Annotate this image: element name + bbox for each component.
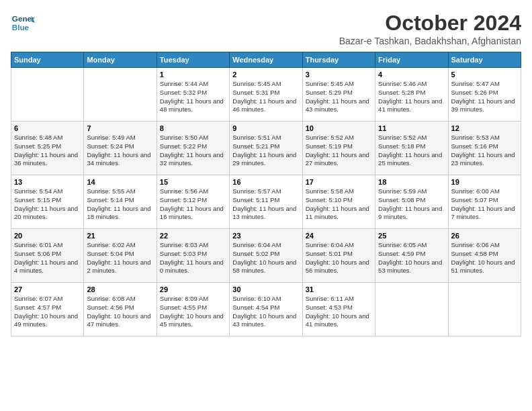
day-cell: 10Sunrise: 5:52 AMSunset: 5:19 PMDayligh… [302,122,375,175]
col-header-wednesday: Wednesday [230,52,302,68]
day-info: Sunrise: 6:09 AMSunset: 4:55 PMDaylight:… [160,295,226,329]
day-number: 23 [232,232,299,240]
day-info: Sunrise: 6:03 AMSunset: 5:03 PMDaylight:… [160,241,226,275]
day-info: Sunrise: 6:10 AMSunset: 4:54 PMDaylight:… [232,295,299,329]
day-number: 7 [87,124,153,132]
day-number: 15 [160,178,226,186]
day-number: 13 [14,178,81,186]
day-cell: 28Sunrise: 6:08 AMSunset: 4:56 PMDayligh… [84,283,157,336]
week-row-3: 13Sunrise: 5:54 AMSunset: 5:15 PMDayligh… [11,175,521,229]
day-number: 17 [306,178,372,186]
day-info: Sunrise: 6:07 AMSunset: 4:57 PMDaylight:… [14,295,81,329]
page-header: General Blue October 2024 Bazar-e Tashka… [11,11,521,46]
day-info: Sunrise: 5:46 AMSunset: 5:28 PMDaylight:… [378,80,445,114]
day-number: 8 [160,124,226,132]
day-number: 31 [306,285,372,293]
calendar-table: SundayMondayTuesdayWednesdayThursdayFrid… [11,52,521,336]
day-cell: 19Sunrise: 6:00 AMSunset: 5:07 PMDayligh… [448,175,521,229]
day-info: Sunrise: 5:45 AMSunset: 5:29 PMDaylight:… [306,80,372,114]
day-cell: 26Sunrise: 6:06 AMSunset: 4:58 PMDayligh… [448,229,521,283]
day-info: Sunrise: 5:56 AMSunset: 5:12 PMDaylight:… [160,187,226,222]
day-info: Sunrise: 6:08 AMSunset: 4:56 PMDaylight:… [87,295,153,329]
day-cell: 29Sunrise: 6:09 AMSunset: 4:55 PMDayligh… [157,283,229,336]
day-number: 12 [451,124,518,132]
day-cell: 8Sunrise: 5:50 AMSunset: 5:22 PMDaylight… [157,122,229,175]
day-info: Sunrise: 5:55 AMSunset: 5:14 PMDaylight:… [87,187,153,222]
day-info: Sunrise: 5:48 AMSunset: 5:25 PMDaylight:… [14,134,81,168]
day-cell: 15Sunrise: 5:56 AMSunset: 5:12 PMDayligh… [157,175,229,229]
day-cell: 31Sunrise: 6:11 AMSunset: 4:53 PMDayligh… [302,283,375,336]
day-cell: 6Sunrise: 5:48 AMSunset: 5:25 PMDaylight… [11,122,84,175]
day-info: Sunrise: 5:52 AMSunset: 5:19 PMDaylight:… [306,134,372,168]
day-number: 19 [451,178,518,186]
col-header-thursday: Thursday [302,52,375,68]
day-number: 29 [160,285,226,293]
day-number: 18 [378,178,445,186]
day-info: Sunrise: 6:11 AMSunset: 4:53 PMDaylight:… [306,295,372,329]
day-info: Sunrise: 6:04 AMSunset: 5:02 PMDaylight:… [232,241,299,275]
day-cell: 5Sunrise: 5:47 AMSunset: 5:26 PMDaylight… [448,68,521,122]
day-number: 10 [306,124,372,132]
day-number: 5 [451,71,518,79]
day-number: 30 [232,285,299,293]
day-info: Sunrise: 5:47 AMSunset: 5:26 PMDaylight:… [451,80,518,114]
day-cell: 11Sunrise: 5:52 AMSunset: 5:18 PMDayligh… [375,122,448,175]
day-cell: 27Sunrise: 6:07 AMSunset: 4:57 PMDayligh… [11,283,84,336]
col-header-friday: Friday [375,52,448,68]
day-number: 24 [306,232,372,240]
day-info: Sunrise: 5:49 AMSunset: 5:24 PMDaylight:… [87,134,153,168]
day-number: 27 [14,285,81,293]
day-number: 20 [14,232,81,240]
day-info: Sunrise: 6:04 AMSunset: 5:01 PMDaylight:… [306,241,372,275]
day-info: Sunrise: 5:44 AMSunset: 5:32 PMDaylight:… [160,80,226,114]
day-number: 6 [14,124,81,132]
svg-text:Blue: Blue [12,23,30,32]
logo: General Blue [11,11,38,35]
day-number: 4 [378,71,445,79]
day-info: Sunrise: 6:06 AMSunset: 4:58 PMDaylight:… [451,241,518,275]
week-row-2: 6Sunrise: 5:48 AMSunset: 5:25 PMDaylight… [11,122,521,175]
day-info: Sunrise: 5:58 AMSunset: 5:10 PMDaylight:… [306,187,372,222]
day-cell: 7Sunrise: 5:49 AMSunset: 5:24 PMDaylight… [84,122,157,175]
day-info: Sunrise: 6:05 AMSunset: 4:59 PMDaylight:… [378,241,445,275]
col-header-saturday: Saturday [448,52,521,68]
week-row-4: 20Sunrise: 6:01 AMSunset: 5:06 PMDayligh… [11,229,521,283]
day-info: Sunrise: 5:57 AMSunset: 5:11 PMDaylight:… [232,187,299,222]
day-info: Sunrise: 5:59 AMSunset: 5:08 PMDaylight:… [378,187,445,222]
day-cell: 13Sunrise: 5:54 AMSunset: 5:15 PMDayligh… [11,175,84,229]
day-cell: 30Sunrise: 6:10 AMSunset: 4:54 PMDayligh… [230,283,302,336]
week-row-5: 27Sunrise: 6:07 AMSunset: 4:57 PMDayligh… [11,283,521,336]
day-number: 1 [160,71,226,79]
day-cell: 22Sunrise: 6:03 AMSunset: 5:03 PMDayligh… [157,229,229,283]
day-number: 28 [87,285,153,293]
col-header-monday: Monday [84,52,157,68]
day-number: 22 [160,232,226,240]
day-cell: 2Sunrise: 5:45 AMSunset: 5:31 PMDaylight… [230,68,302,122]
day-info: Sunrise: 5:51 AMSunset: 5:21 PMDaylight:… [232,134,299,168]
day-cell: 25Sunrise: 6:05 AMSunset: 4:59 PMDayligh… [375,229,448,283]
day-cell [84,68,157,122]
day-cell: 18Sunrise: 5:59 AMSunset: 5:08 PMDayligh… [375,175,448,229]
day-cell [448,283,521,336]
day-cell: 20Sunrise: 6:01 AMSunset: 5:06 PMDayligh… [11,229,84,283]
day-number: 2 [232,71,299,79]
day-cell: 24Sunrise: 6:04 AMSunset: 5:01 PMDayligh… [302,229,375,283]
day-number: 11 [378,124,445,132]
day-cell: 9Sunrise: 5:51 AMSunset: 5:21 PMDaylight… [230,122,302,175]
month-title: October 2024 [339,11,521,36]
day-number: 26 [451,232,518,240]
day-number: 21 [87,232,153,240]
logo-icon: General Blue [11,11,35,35]
day-info: Sunrise: 6:01 AMSunset: 5:06 PMDaylight:… [14,241,81,275]
day-number: 16 [232,178,299,186]
day-cell: 4Sunrise: 5:46 AMSunset: 5:28 PMDaylight… [375,68,448,122]
day-cell: 21Sunrise: 6:02 AMSunset: 5:04 PMDayligh… [84,229,157,283]
day-info: Sunrise: 5:53 AMSunset: 5:16 PMDaylight:… [451,134,518,168]
week-row-1: 1Sunrise: 5:44 AMSunset: 5:32 PMDaylight… [11,68,521,122]
col-header-tuesday: Tuesday [157,52,229,68]
day-cell: 14Sunrise: 5:55 AMSunset: 5:14 PMDayligh… [84,175,157,229]
day-cell: 3Sunrise: 5:45 AMSunset: 5:29 PMDaylight… [302,68,375,122]
col-header-sunday: Sunday [11,52,84,68]
day-cell [11,68,84,122]
day-cell: 17Sunrise: 5:58 AMSunset: 5:10 PMDayligh… [302,175,375,229]
